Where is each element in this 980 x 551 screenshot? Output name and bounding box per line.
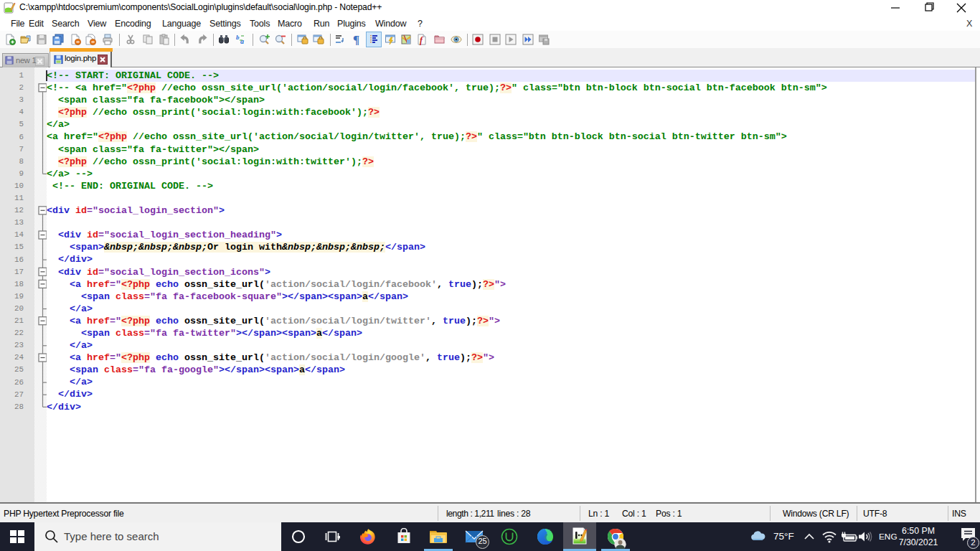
svg-text:a: a — [240, 37, 244, 45]
svg-text:¶: ¶ — [353, 34, 359, 45]
svg-text:b: b — [236, 34, 240, 41]
